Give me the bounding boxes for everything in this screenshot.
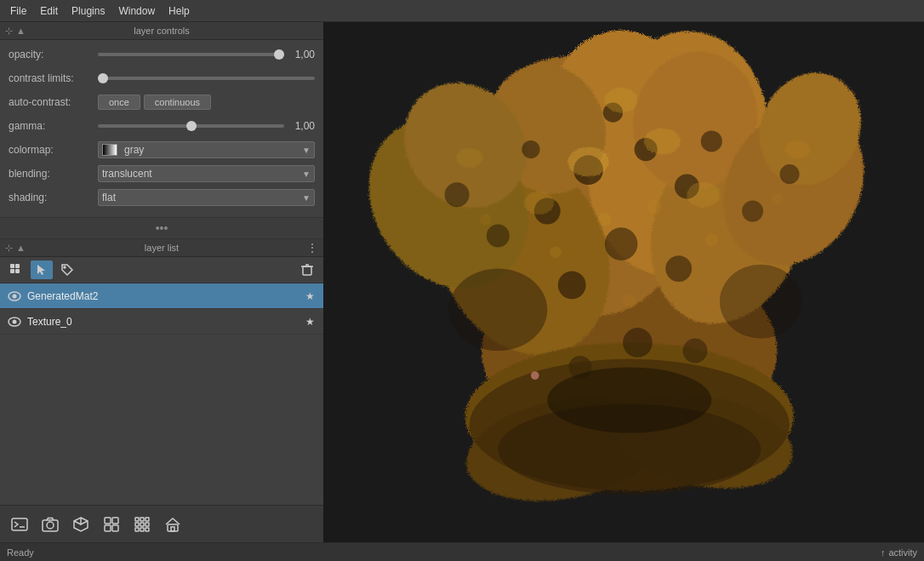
layer-tool-grid-button[interactable] [5,260,27,279]
svg-rect-30 [140,528,144,531]
svg-rect-3 [15,269,20,273]
svg-point-80 [480,214,492,226]
status-text: Ready [7,547,34,558]
colormap-dropdown[interactable]: gray ▼ [98,141,315,158]
gamma-value: 1,00 [289,120,315,132]
layer-visibility-button-1[interactable] [5,312,24,331]
tag-icon [60,263,74,277]
auto-contrast-content: once continuous [98,94,315,110]
layer-item[interactable]: GeneratedMat2 ★ [0,283,323,309]
eye-icon [8,291,21,301]
collapse-icon[interactable]: ▲ [16,26,26,36]
layer-controls-header: ⊹ ▲ layer controls [0,22,323,40]
blending-arrow-icon: ▼ [302,169,311,179]
svg-point-5 [64,266,66,268]
home-icon [165,517,180,532]
auto-contrast-once-button[interactable]: once [98,94,140,110]
svg-point-81 [772,193,784,205]
menu-file[interactable]: File [3,3,33,20]
svg-rect-13 [12,518,27,530]
viewport[interactable] [323,22,924,542]
layer-star-button-0[interactable]: ★ [301,288,318,305]
shading-content: flat ▼ [98,189,315,206]
layer-toolbar [0,257,323,283]
menu-window[interactable]: Window [111,3,162,20]
layer-tool-cursor-button[interactable] [31,260,53,279]
svg-rect-26 [135,523,139,526]
blending-dropdown[interactable]: translucent ▼ [98,165,315,182]
menu-plugins[interactable]: Plugins [65,3,111,20]
colormap-content: gray ▼ [98,141,315,158]
grid-view-button[interactable] [129,512,155,537]
layer-list-options-button[interactable]: ⋮ [306,241,318,255]
camera-icon [42,517,59,532]
svg-rect-29 [135,528,139,531]
svg-rect-1 [15,264,20,268]
layer-item[interactable]: Texture_0 ★ [0,309,323,335]
auto-contrast-buttons: once continuous [98,94,211,110]
shading-dropdown[interactable]: flat ▼ [98,189,315,206]
terminal-icon [11,518,28,531]
menu-edit[interactable]: Edit [33,3,65,20]
layer-list-collapse-icon[interactable]: ▲ [16,243,26,253]
layer-list-header: ⊹ ▲ layer list ⋮ [0,239,323,257]
svg-point-58 [742,200,763,221]
camera-button[interactable] [37,512,63,537]
opacity-slider[interactable] [98,53,284,56]
svg-rect-33 [171,527,174,531]
svg-rect-0 [10,264,14,268]
contrast-content [98,77,315,80]
svg-rect-23 [135,518,139,521]
contrast-limits-row: contrast limits: [9,69,315,88]
svg-point-66 [682,339,707,364]
svg-point-54 [605,227,638,260]
svg-point-84 [720,265,802,339]
grid-icon [9,263,23,277]
svg-rect-21 [105,525,111,531]
controls-body: opacity: 1,00 contrast limits: [0,40,323,217]
svg-point-64 [623,328,653,358]
menu-bar: File Edit Plugins Window Help [0,0,924,22]
layer-star-button-1[interactable]: ★ [301,313,318,330]
cursor-icon [36,264,48,276]
gamma-row: gamma: 1,00 [9,117,315,135]
svg-point-76 [598,213,611,226]
svg-rect-25 [145,518,149,521]
layer-tool-tag-button[interactable] [56,260,78,279]
svg-point-78 [550,247,562,259]
svg-point-63 [779,164,799,184]
shading-arrow-icon: ▼ [302,193,311,203]
svg-point-85 [547,367,711,432]
contrast-slider-container [98,77,315,80]
shading-row: shading: flat ▼ [9,188,315,207]
contrast-min-slider[interactable] [98,77,315,80]
cube-button[interactable] [68,512,94,537]
layer-list-title: layer list [145,243,179,253]
opacity-row: opacity: 1,00 [9,45,315,64]
trash-icon [300,263,314,277]
layer-visibility-button-0[interactable] [5,287,24,306]
opacity-label: opacity: [9,49,98,60]
menu-help[interactable]: Help [162,3,197,20]
svg-rect-24 [140,518,144,521]
svg-rect-2 [10,269,14,273]
opacity-slider-container [98,53,284,56]
layer-controls-panel: ⊹ ▲ layer controls opacity: 1,00 [0,22,323,217]
svg-rect-22 [112,525,118,531]
terminal-button[interactable] [7,512,32,537]
svg-point-12 [13,319,17,323]
auto-contrast-row: auto-contrast: once continuous [9,93,315,112]
svg-point-62 [445,182,470,207]
svg-line-18 [74,521,81,524]
colormap-swatch [102,144,117,156]
grip-icon: ⊹ [5,26,13,37]
activity-label: activity [888,547,917,558]
gamma-slider-container [98,124,284,128]
svg-rect-28 [145,523,149,526]
expand-button[interactable] [99,512,124,537]
colormap-row: colormap: gray ▼ [9,140,315,159]
gamma-slider[interactable] [98,124,284,128]
home-button[interactable] [160,512,185,537]
auto-contrast-continuous-button[interactable]: continuous [144,94,211,110]
layer-delete-button[interactable] [296,260,318,279]
